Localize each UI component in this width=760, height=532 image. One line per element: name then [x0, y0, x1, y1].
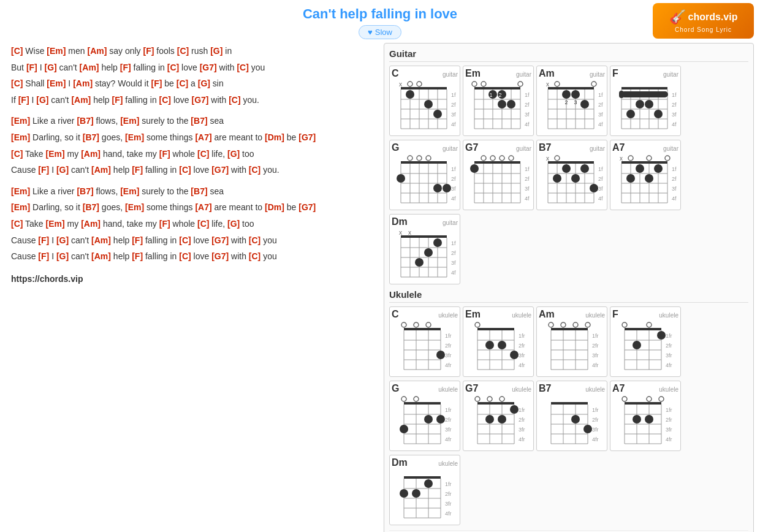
chord-link[interactable]: [G7] — [298, 202, 316, 212]
svg-point-100 — [408, 156, 412, 161]
chord-link[interactable]: [C] — [249, 165, 260, 175]
chord-link[interactable]: [B7] — [83, 202, 99, 212]
chord-link[interactable]: [C] — [179, 165, 191, 175]
svg-point-124 — [509, 156, 514, 161]
chord-link[interactable]: [F] — [18, 95, 29, 105]
chord-link[interactable]: [G] — [227, 219, 240, 229]
chord-link[interactable]: [C] — [179, 235, 191, 245]
chord-link[interactable]: [F] — [38, 251, 49, 261]
chord-link[interactable]: [B7] — [191, 116, 207, 126]
chord-link[interactable]: [F] — [132, 235, 143, 245]
chord-link[interactable]: [Em] — [120, 116, 139, 126]
chord-link[interactable]: [F] — [159, 149, 170, 159]
chord-link[interactable]: [G] — [56, 165, 69, 175]
chord-link[interactable]: [G7] — [211, 165, 229, 175]
chord-link[interactable]: [G7] — [211, 251, 229, 261]
chord-link[interactable]: [Am] — [87, 46, 107, 56]
chord-link[interactable]: [C] — [179, 251, 191, 261]
chord-link[interactable]: [C] — [11, 149, 23, 159]
chord-link[interactable]: [F] — [112, 95, 123, 105]
chord-link[interactable]: [F] — [26, 63, 37, 72]
chord-link[interactable]: [Am] — [80, 63, 99, 72]
chord-link[interactable]: [C] — [249, 235, 260, 245]
chord-link[interactable]: [Am] — [73, 78, 93, 88]
chord-link[interactable]: [G7] — [200, 63, 217, 72]
chord-link[interactable]: [Em] — [11, 186, 30, 196]
svg-point-81 — [636, 100, 644, 108]
chord-link[interactable]: [C] — [159, 95, 171, 105]
chord-link[interactable]: [F] — [151, 78, 162, 88]
chord-link[interactable]: [Em] — [46, 219, 65, 229]
chord-link[interactable]: [C] — [11, 78, 23, 88]
chord-link[interactable]: [Am] — [71, 95, 91, 105]
chord-link[interactable]: [F] — [132, 165, 143, 175]
lyric-line: Cause [F] I [G] can't [Am] help [F] fall… — [11, 232, 374, 249]
chord-link[interactable]: [Am] — [91, 251, 111, 261]
chord-link[interactable]: [Em] — [11, 202, 30, 212]
chord-link[interactable]: [Em] — [11, 132, 30, 142]
chord-link[interactable]: [B7] — [77, 186, 93, 196]
chord-link[interactable]: [F] — [38, 235, 49, 245]
chord-link[interactable]: [C] — [197, 219, 209, 229]
svg-point-258 — [657, 331, 666, 340]
chord-link[interactable]: [B7] — [191, 186, 207, 196]
chord-link[interactable]: [C] — [177, 46, 189, 56]
chord-link[interactable]: [C] — [229, 95, 240, 105]
chord-link[interactable]: [C] — [177, 78, 188, 88]
chord-link[interactable]: [F] — [38, 165, 49, 175]
chord-link[interactable]: [C] — [249, 251, 260, 261]
slow-badge[interactable]: ♥ Slow — [359, 25, 401, 39]
chord-link[interactable]: [G] — [56, 235, 69, 245]
svg-point-142 — [555, 156, 560, 161]
svg-point-223 — [498, 341, 506, 349]
chord-type-a7: guitar — [663, 145, 678, 152]
chord-link[interactable]: [F] — [143, 46, 154, 56]
chord-link[interactable]: [F] — [159, 219, 170, 229]
chord-link[interactable]: [Em] — [120, 186, 139, 196]
chord-link[interactable]: [Dm] — [265, 202, 284, 212]
chord-link[interactable]: [G] — [56, 251, 69, 261]
chord-link[interactable]: [Am] — [81, 219, 101, 229]
chord-link[interactable]: [Em] — [125, 202, 144, 212]
chord-card-dm-guitar: Dm guitar x — [389, 214, 460, 284]
chord-link[interactable]: [A7] — [195, 132, 211, 142]
chord-link[interactable]: [F] — [120, 63, 131, 72]
chord-link[interactable]: [B7] — [83, 132, 99, 142]
chord-link[interactable]: [F] — [132, 251, 143, 261]
chord-link[interactable]: [G] — [227, 149, 240, 159]
chord-link[interactable]: [Dm] — [265, 132, 284, 142]
chord-link[interactable]: [Em] — [125, 132, 144, 142]
svg-text:2: 2 — [564, 99, 568, 105]
chord-link[interactable]: [C] — [197, 149, 209, 159]
chord-link[interactable]: [Am] — [81, 149, 101, 159]
chord-link[interactable]: [Em] — [47, 46, 66, 56]
chord-link[interactable]: [G7] — [191, 95, 208, 105]
chord-link[interactable]: [Am] — [91, 235, 111, 245]
chord-link[interactable]: [A7] — [195, 202, 211, 212]
svg-text:2fr: 2fr — [598, 176, 603, 182]
chord-type-dm: guitar — [443, 219, 458, 226]
chord-link[interactable]: [C] — [237, 63, 248, 72]
chord-card-g7-guitar: G7 guitar — [463, 140, 534, 210]
chord-link[interactable]: [Am] — [91, 165, 111, 175]
chord-link[interactable]: [G7] — [298, 132, 316, 142]
chord-link[interactable]: [G7] — [211, 235, 229, 245]
svg-text:4fr: 4fr — [666, 362, 672, 368]
chord-link[interactable]: [C] — [11, 219, 23, 229]
chord-type-g: guitar — [443, 145, 458, 152]
chord-link[interactable]: [G] — [36, 95, 48, 105]
svg-text:1fr: 1fr — [445, 481, 452, 487]
chord-link[interactable]: [C] — [167, 63, 179, 72]
chord-link[interactable]: [G] — [210, 46, 222, 56]
svg-point-57 — [555, 82, 560, 86]
chord-link[interactable]: [C] — [11, 46, 23, 56]
chord-type-am: guitar — [590, 71, 605, 78]
svg-point-294 — [498, 415, 506, 424]
chord-link[interactable]: [B7] — [77, 116, 93, 126]
chord-link[interactable]: [G] — [44, 63, 56, 72]
svg-point-170 — [645, 174, 653, 183]
chord-link[interactable]: [Em] — [11, 116, 30, 126]
chord-link[interactable]: [Em] — [47, 78, 66, 88]
chord-link[interactable]: [Em] — [46, 149, 65, 159]
chord-link[interactable]: [G] — [198, 78, 210, 88]
